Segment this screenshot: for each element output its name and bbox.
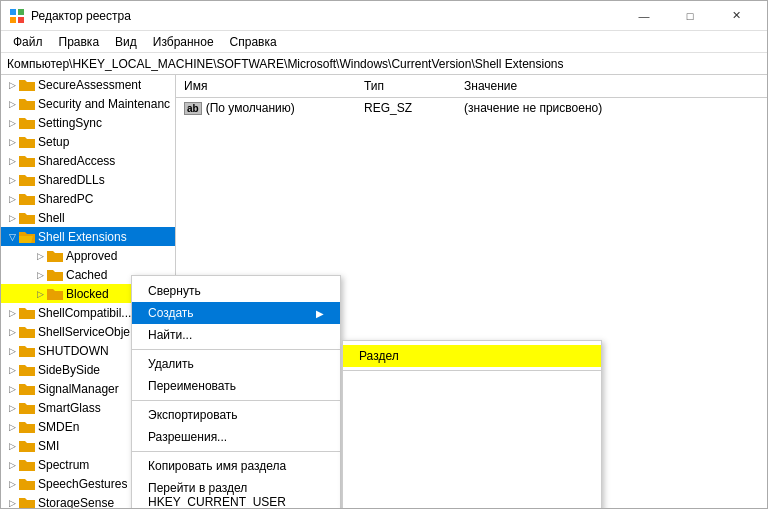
context-menu-overlay: Свернуть Создать ▶ Раздел Строковый пара… [131,275,341,508]
folder-icon [19,496,35,509]
tree-item-shareddlls[interactable]: ▷ SharedDLLs [1,170,175,189]
context-menu-goto-hkcu-label: Перейти в раздел HKEY_CURRENT_USER [148,481,324,508]
expand-icon: ▷ [5,477,19,491]
expand-icon: ▷ [5,496,19,509]
tree-item-shell[interactable]: ▷ Shell [1,208,175,227]
value-type: REG_SZ [356,100,456,116]
context-menu-export[interactable]: Экспортировать [132,404,340,426]
separator-3 [132,451,340,452]
app-icon [9,8,25,24]
separator-2 [132,400,340,401]
menu-bar: Файл Правка Вид Избранное Справка [1,31,767,53]
context-menu-copy-name[interactable]: Копировать имя раздела [132,455,340,477]
table-row[interactable]: ab (По умолчанию) REG_SZ (значение не пр… [176,98,767,118]
context-menu-find[interactable]: Найти... [132,324,340,346]
folder-icon [19,382,35,396]
tree-item-secureassessment[interactable]: ▷ SecureAssessment [1,75,175,94]
tree-label: Blocked [66,287,109,301]
svg-rect-2 [10,17,16,23]
context-menu-goto-hkcu[interactable]: Перейти в раздел HKEY_CURRENT_USER [132,477,340,508]
expand-icon: ▷ [5,173,19,187]
expand-icon: ▷ [5,325,19,339]
menu-favorites[interactable]: Избранное [145,33,222,51]
folder-icon [19,173,35,187]
folder-icon [19,439,35,453]
tree-label: SMDEn [38,420,79,434]
context-menu-copy-name-label: Копировать имя раздела [148,459,286,473]
tree-label: Shell Extensions [38,230,127,244]
table-header: Имя Тип Значение [176,75,767,98]
context-menu-rename[interactable]: Переименовать [132,375,340,397]
folder-icon [19,458,35,472]
context-menu-permissions-label: Разрешения... [148,430,227,444]
context-menu-collapse[interactable]: Свернуть [132,280,340,302]
expand-icon: ▷ [5,135,19,149]
expand-icon: ▷ [5,192,19,206]
submenu-item-multistring[interactable]: Мультистроковый параметр [343,462,601,484]
value-name: ab (По умолчанию) [176,100,356,116]
window-controls: — □ ✕ [621,1,759,31]
tree-label: SHUTDOWN [38,344,109,358]
tree-label: Approved [66,249,117,263]
expand-icon: ▷ [5,344,19,358]
tree-item-security[interactable]: ▷ Security and Maintenanc [1,94,175,113]
submenu-item-string[interactable]: Строковый параметр [343,374,601,396]
submenu-item-qword[interactable]: Параметр QWORD (64 бита) [343,440,601,462]
folder-open-icon [19,230,35,244]
tree-label: StorageSense [38,496,114,509]
tree-item-sharedpc[interactable]: ▷ SharedPC [1,189,175,208]
menu-help[interactable]: Справка [222,33,285,51]
tree-label: ShellServiceObje [38,325,130,339]
submenu-item-label: Строковый параметр [359,378,477,392]
registry-editor-window: Редактор реестра — □ ✕ Файл Правка Вид И… [0,0,768,509]
context-menu-find-label: Найти... [148,328,192,342]
folder-icon [19,154,35,168]
tree-item-approved[interactable]: ▷ Approved [1,246,175,265]
expand-icon: ▷ [5,154,19,168]
submenu-separator [343,370,601,371]
submenu-item-section[interactable]: Раздел [343,345,601,367]
maximize-button[interactable]: □ [667,1,713,31]
submenu-item-dword[interactable]: Параметр DWORD (32 бита) [343,418,601,440]
expand-icon: ▷ [5,97,19,111]
svg-rect-0 [10,9,16,15]
folder-icon [19,325,35,339]
title-bar: Редактор реестра — □ ✕ [1,1,767,31]
tree-item-sharedaccess[interactable]: ▷ SharedAccess [1,151,175,170]
address-path: Компьютер\HKEY_LOCAL_MACHINE\SOFTWARE\Mi… [7,57,564,71]
menu-file[interactable]: Файл [5,33,51,51]
submenu-item-label: Раздел [359,349,399,363]
submenu-item-binary[interactable]: Двоичный параметр [343,396,601,418]
col-type-header: Тип [356,77,456,95]
close-button[interactable]: ✕ [713,1,759,31]
submenu-item-expandstring[interactable]: Расширяемый строковый параметр [343,484,601,506]
folder-icon [19,306,35,320]
folder-icon [19,116,35,130]
expand-icon: ▷ [5,458,19,472]
ab-icon: ab [184,102,202,115]
menu-view[interactable]: Вид [107,33,145,51]
value-data: (значение не присвоено) [456,100,610,116]
context-menu[interactable]: Свернуть Создать ▶ Раздел Строковый пара… [131,275,341,508]
folder-icon [47,287,63,301]
tree-item-setup[interactable]: ▷ Setup [1,132,175,151]
context-menu-permissions[interactable]: Разрешения... [132,426,340,448]
submenu[interactable]: Раздел Строковый параметр Двоичный парам… [342,340,602,508]
folder-icon [19,420,35,434]
context-menu-delete-label: Удалить [148,357,194,371]
tree-label: SharedDLLs [38,173,105,187]
context-menu-delete[interactable]: Удалить [132,353,340,375]
value-name-text: (По умолчанию) [206,101,295,115]
folder-icon [47,249,63,263]
tree-item-shell-extensions[interactable]: ▽ Shell Extensions [1,227,175,246]
submenu-item-label: Мультистроковый параметр [359,466,515,480]
expand-icon: ▷ [5,211,19,225]
submenu-item-label: Параметр QWORD (64 бита) [359,444,519,458]
tree-item-settingsync[interactable]: ▷ SettingSync [1,113,175,132]
tree-label: SharedPC [38,192,93,206]
menu-edit[interactable]: Правка [51,33,108,51]
context-menu-create[interactable]: Создать ▶ Раздел Строковый параметр Двои… [132,302,340,324]
tree-label: SideBySide [38,363,100,377]
minimize-button[interactable]: — [621,1,667,31]
svg-rect-3 [18,17,24,23]
